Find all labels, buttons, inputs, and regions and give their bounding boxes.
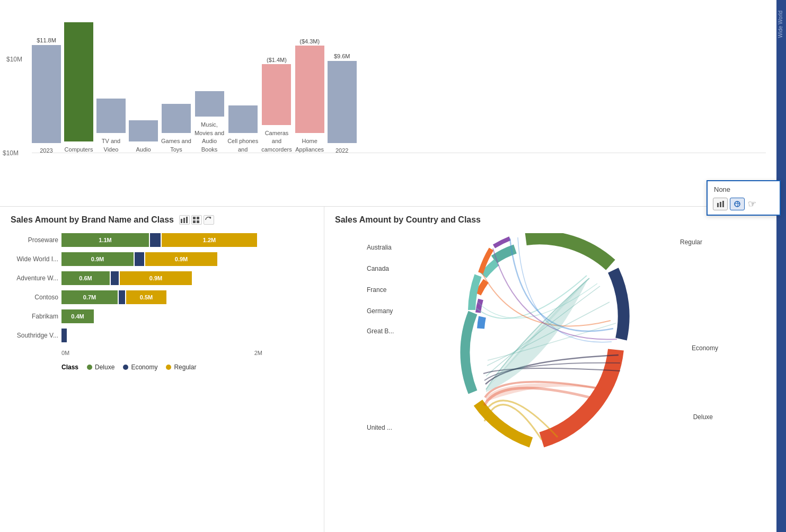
hbar-deluxe-proseware: 1.1M — [61, 233, 149, 247]
bar-value-2022: $9.6M — [334, 53, 350, 59]
chord-label-deluxe: Deluxe — [693, 413, 713, 421]
hbar-row-contoso: Contoso 0.7M 0.5M — [11, 290, 313, 304]
hbar-economy-contoso — [119, 290, 125, 304]
hbar-label-contoso: Contoso — [11, 294, 58, 301]
hbar-label-fabrikam: Fabrikam — [11, 313, 58, 320]
bar-games — [162, 104, 191, 133]
legend-regular: Regular — [166, 363, 196, 371]
hbar-deluxe-fabrikam: 0.4M — [61, 309, 94, 323]
legend-deluxe: Deluxe — [87, 363, 114, 371]
hbar-regular-contoso: 0.5M — [126, 290, 166, 304]
hbar-chart: Proseware 1.1M 1.2M Wide World I... 0.9M — [11, 233, 313, 342]
svg-rect-8 — [717, 203, 719, 207]
chord-svg — [404, 233, 669, 456]
block-icon-btn[interactable] — [191, 215, 202, 225]
svg-rect-5 — [193, 220, 196, 223]
country-chart-panel: Sales Amount by Country and Class Austra… — [324, 207, 776, 532]
legend-label-regular: Regular — [174, 363, 196, 371]
hbar-row-adventure: Adventure W... 0.6M 0.9M — [11, 271, 313, 285]
bar-group-2022: $9.6M 2022 — [328, 53, 357, 154]
chord-label-france: France — [367, 286, 386, 294]
chord-label-greatb: Great B... — [367, 327, 394, 335]
hbar-bars-contoso: 0.7M 0.5M — [61, 290, 313, 304]
hbar-bars-wideworld: 0.9M 0.9M — [61, 252, 313, 266]
svg-rect-2 — [186, 217, 188, 223]
hbar-label-southridge: Southridge V... — [11, 332, 58, 339]
bar-group-computers: Computers — [64, 21, 93, 154]
context-menu-icons: ☞ — [711, 197, 776, 211]
chord-label-australia: Australia — [367, 244, 392, 251]
bar-label-computers: Computers — [65, 146, 93, 154]
hbar-bars-proseware: 1.1M 1.2M — [61, 233, 313, 247]
hbar-row-southridge: Southridge V... — [11, 329, 313, 342]
svg-rect-1 — [183, 218, 185, 223]
bar-label-cameras: Camerasandcamcorders — [261, 129, 292, 154]
bar-label-2023: 2023 — [40, 147, 52, 154]
bar-2022 — [328, 61, 357, 143]
country-chart-title-text: Sales Amount by Country and Class — [335, 215, 481, 225]
hbar-deluxe-wideworld: 0.9M — [61, 252, 134, 266]
bar-group-cameras: ($1.4M) Camerasandcamcorders — [261, 57, 292, 154]
x-tick-2m: 2M — [254, 350, 262, 356]
gridline-label-10m: $10M — [3, 149, 19, 157]
hbar-row-fabrikam: Fabrikam 0.4M — [11, 309, 313, 323]
bar-chart-icon-btn[interactable] — [179, 215, 190, 225]
svg-point-11 — [735, 201, 740, 207]
legend-label-deluxe: Deluxe — [95, 363, 114, 371]
hbar-economy-southridge — [61, 329, 67, 342]
svg-rect-10 — [722, 201, 724, 207]
hbar-economy-wideworld — [135, 252, 144, 266]
chord-label-canada: Canada — [367, 265, 389, 272]
context-menu-none-label: None — [711, 184, 776, 197]
cursor-hand-icon: ☞ — [748, 198, 756, 210]
hbar-bars-southridge — [61, 329, 313, 342]
hbar-label-wideworld: Wide World I... — [11, 255, 58, 263]
chord-diagram-container: Australia Canada France Germany Great B.… — [335, 233, 766, 458]
svg-rect-9 — [720, 202, 721, 207]
legend-dot-regular — [166, 365, 171, 370]
bar-home — [295, 46, 324, 133]
brand-chart-panel: Sales Amount by Brand Name and Class — [0, 207, 324, 532]
hbar-bars-adventure: 0.6M 0.9M — [61, 271, 313, 285]
y-axis-label-10m: $10M — [6, 56, 22, 63]
hbar-x-axis: 0M 2M — [11, 350, 262, 356]
context-menu: None ☞ — [706, 180, 781, 216]
bar-cameras — [262, 64, 291, 125]
bar-group-games: Games andToys — [161, 104, 191, 154]
x-tick-0m: 0M — [61, 350, 69, 356]
bar-label-audio: Audio — [136, 146, 151, 154]
bar-group-cellphones: Cell phonesand — [227, 105, 258, 154]
bar-music — [195, 91, 224, 117]
bar-label-tv: TV andVideo — [102, 137, 120, 154]
svg-rect-3 — [193, 217, 196, 219]
legend-class-label: Class — [61, 363, 78, 371]
top-bar-chart: $10M $11.8M 2023 Computers — [0, 0, 776, 207]
hbar-label-adventure: Adventure W... — [11, 274, 58, 282]
sidebar-text: Wide World — [776, 0, 784, 49]
brand-chart-title-text: Sales Amount by Brand Name and Class — [11, 215, 174, 225]
hbar-economy-proseware — [150, 233, 161, 247]
bar-value-home-neg: ($4.3M) — [299, 38, 320, 45]
ctx-chord-btn[interactable] — [730, 198, 745, 210]
bar-group-2023: $11.8M 2023 — [32, 37, 61, 154]
legend-dot-deluxe — [87, 365, 92, 370]
svg-rect-0 — [181, 219, 182, 223]
hbar-regular-adventure: 0.9M — [120, 271, 192, 285]
brand-chart-icons — [179, 215, 214, 225]
bar-group-home: ($4.3M) HomeAppliances — [295, 38, 324, 154]
hbar-bars-fabrikam: 0.4M — [61, 309, 313, 323]
hbar-regular-wideworld: 0.9M — [145, 252, 217, 266]
bottom-section: Sales Amount by Brand Name and Class — [0, 207, 776, 532]
bar-audio — [129, 120, 158, 141]
brand-legend: Class Deluxe Economy Regular — [11, 363, 313, 371]
svg-rect-4 — [197, 217, 199, 219]
refresh-icon-btn[interactable] — [204, 215, 214, 225]
bar-group-music: Music,Movies andAudioBooks — [195, 91, 224, 154]
hbar-deluxe-adventure: 0.6M — [61, 271, 110, 285]
ctx-bar-chart-btn[interactable] — [713, 198, 728, 210]
bar-label-2022: 2022 — [335, 147, 348, 154]
legend-label-economy: Economy — [131, 363, 157, 371]
chord-label-economy: Economy — [692, 344, 718, 352]
bar-tv — [96, 99, 126, 133]
bar-label-games: Games andToys — [161, 137, 191, 154]
